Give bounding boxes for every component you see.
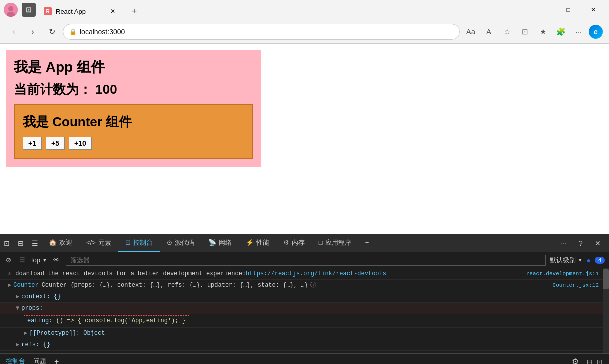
bottom-tab-console[interactable]: 控制台 (6, 355, 26, 364)
new-tab-button[interactable]: + (126, 3, 143, 20)
close-button[interactable]: ✕ (582, 2, 605, 18)
more-button[interactable]: ··· (571, 24, 587, 40)
app-title: 我是 App 组件 (14, 58, 253, 77)
scrollbar-thumb[interactable] (603, 270, 609, 290)
console-scrollbar[interactable] (603, 268, 609, 354)
devtools-close-button[interactable]: ✕ (591, 236, 605, 250)
tab-close-button[interactable]: ✕ (108, 6, 118, 16)
filter-input[interactable] (66, 255, 546, 266)
top-context-selector[interactable]: top ▼ (32, 256, 48, 264)
devtools-link[interactable]: https://reactjs.org/link/react-devtools (246, 270, 386, 278)
tab-memory[interactable]: ⚙ 内存 (276, 234, 312, 252)
devtools-panel: ⊡ ⊟ ☰ 🏠 欢迎 </> 元素 ⊡ 控制台 ⊙ 源代码 📡 网络 (0, 234, 609, 364)
minimize-button[interactable]: ─ (532, 2, 555, 18)
tab-welcome[interactable]: 🏠 欢迎 (42, 234, 80, 252)
browser-chrome: ⊡ R React App ✕ + ─ □ ✕ ‹ › ↻ 🔒 localhos… (0, 0, 609, 44)
bottom-tab-issues[interactable]: 问题 (34, 355, 46, 364)
expand-arrow-state[interactable]: ▶ (16, 352, 20, 354)
avatar (4, 3, 18, 17)
devtools-more-button[interactable]: ··· (557, 236, 571, 250)
counter-component-title: 我是 Counter 组件 (23, 114, 244, 131)
performance-icon: ⚡ (246, 239, 254, 246)
title-bar: ⊡ R React App ✕ + ─ □ ✕ (0, 0, 609, 20)
top-label: top (32, 256, 40, 264)
source-react-dev[interactable]: react.development.js:1 (526, 270, 599, 278)
console-line-counter-obj: ▶ Counter Counter {props: {…}, context: … (0, 280, 603, 292)
console-line-devtools: ⚠ download the react devtools for a bett… (0, 268, 603, 280)
address-bar: ‹ › ↻ 🔒 localhost:3000 Aa A ☆ ⊡ ★ 🧩 ··· … (0, 20, 609, 44)
devtools-warning-icon: ⚠ (8, 270, 12, 278)
collections-button[interactable]: ★ (535, 24, 551, 40)
dock-side-icon[interactable]: ⊡ (597, 358, 603, 364)
filter-button[interactable]: ☰ (18, 256, 28, 265)
increment-10-button[interactable]: +10 (69, 137, 92, 150)
message-count-badge: 4 (595, 257, 605, 264)
clear-console-button[interactable]: ⊘ (4, 256, 14, 265)
back-button[interactable]: ‹ (6, 24, 22, 40)
expand-arrow-context[interactable]: ▶ (16, 292, 20, 302)
elements-icon: </> (86, 239, 96, 246)
console-toolbar: ⊘ ☰ top ▼ 👁 默认级别 ▼ ● 4 (0, 252, 609, 268)
expand-arrow-proto1[interactable]: ▶ (24, 329, 28, 338)
url-bar[interactable]: 🔒 localhost:3000 (63, 24, 460, 40)
devtools-device-button[interactable]: ⊟ (14, 236, 28, 250)
expand-arrow-refs[interactable]: ▶ (16, 340, 20, 350)
devtools-inspect-button[interactable]: ⊡ (0, 236, 14, 250)
counter-component: 我是 Counter 组件 +1 +5 +10 (14, 104, 253, 159)
window-controls: ─ □ ✕ (532, 2, 605, 18)
tab-elements[interactable]: </> 元素 (80, 234, 118, 252)
title-bar-left: ⊡ (4, 3, 36, 17)
app-component: 我是 App 组件 当前计数为： 100 我是 Counter 组件 +1 +5… (6, 50, 261, 167)
counter-buttons: +1 +5 +10 (23, 137, 244, 150)
translate-button[interactable]: A (481, 24, 497, 40)
eye-button[interactable]: 👁 (52, 256, 62, 265)
favorites-button[interactable]: ☆ (499, 24, 515, 40)
maximize-button[interactable]: □ (557, 2, 580, 18)
edge-profile-icon[interactable]: e (589, 25, 603, 39)
tab-more[interactable]: + (358, 234, 376, 252)
log-level-selector[interactable]: 默认级别 ▼ (550, 256, 583, 265)
expand-arrow[interactable]: ▶ (8, 281, 12, 290)
devtools-panel-tabs: 🏠 欢迎 </> 元素 ⊡ 控制台 ⊙ 源代码 📡 网络 ⚡ 性能 (42, 234, 553, 252)
browser-tab-react-app[interactable]: R React App ✕ (36, 3, 126, 20)
console-line-state: ▶ state: {message: '我是 Counter 组件'} (0, 351, 603, 354)
tab-performance[interactable]: ⚡ 性能 (239, 234, 276, 252)
level-label: 默认级别 (550, 256, 576, 265)
console-icon: ⊡ (126, 239, 131, 246)
devtools-help-button[interactable]: ? (574, 236, 588, 250)
url-text: localhost:3000 (80, 28, 125, 36)
memory-icon: ⚙ (284, 239, 290, 246)
split-view-button[interactable]: ⊡ (517, 24, 533, 40)
bottom-add-tab-button[interactable]: + (54, 358, 59, 364)
dock-bottom-icon[interactable]: ⊟ (587, 358, 593, 364)
increment-5-button[interactable]: +5 (46, 137, 65, 150)
tab-network[interactable]: 📡 网络 (202, 234, 239, 252)
home-icon: 🏠 (49, 239, 57, 246)
increment-1-button[interactable]: +1 (23, 137, 42, 150)
tab-application[interactable]: □ 应用程序 (312, 234, 358, 252)
devtools-tab-bar: ⊡ ⊟ ☰ 🏠 欢迎 </> 元素 ⊡ 控制台 ⊙ 源代码 📡 网络 (0, 234, 609, 252)
devtools-bottom-bar: 控制台 问题 + ⚙ ⊟ ⊡ (0, 354, 609, 364)
devtools-side-icons: ··· ? ✕ (553, 236, 609, 250)
toolbar-icons: Aa A ☆ ⊡ ★ 🧩 ··· e (463, 24, 603, 40)
browser-body: 我是 App 组件 当前计数为： 100 我是 Counter 组件 +1 +5… (0, 44, 609, 234)
refresh-button[interactable]: ↻ (44, 24, 60, 40)
chevron-down-icon2: ▼ (578, 258, 583, 263)
lock-icon: 🔒 (70, 28, 77, 36)
console-line-context: ▶ context: {} (0, 292, 603, 303)
expand-arrow-props[interactable]: ▼ (16, 304, 20, 313)
eating-value-highlight: eating: () => { console.log('App,eating'… (24, 316, 190, 326)
extensions-button[interactable]: 🧩 (553, 24, 569, 40)
tab-sources[interactable]: ⊙ 源代码 (160, 234, 202, 252)
source-counter-jsx[interactable]: Counter.jsx:12 (553, 281, 599, 290)
tab-title: React App (56, 8, 86, 16)
read-aloud-button[interactable]: Aa (463, 24, 479, 40)
console-line-refs: ▶ refs: {} (0, 340, 603, 351)
counter-value: 100 (96, 82, 117, 97)
settings-icon[interactable]: ⚙ (572, 357, 579, 364)
forward-button[interactable]: › (25, 24, 41, 40)
tab-favicon: R (44, 8, 52, 16)
app-counter-text: 当前计数为： 100 (14, 81, 253, 98)
tab-console[interactable]: ⊡ 控制台 (118, 234, 160, 252)
devtools-drawer-button[interactable]: ☰ (28, 236, 42, 250)
